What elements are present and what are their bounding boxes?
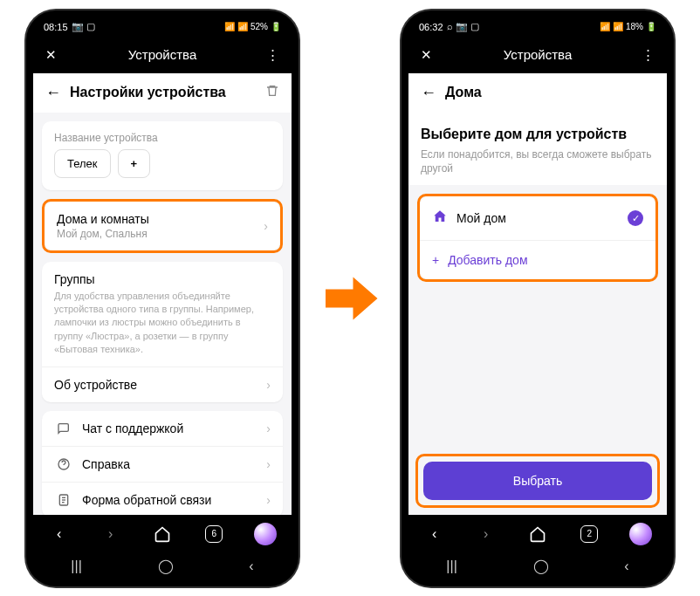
page-header: ← Настройки устройства [33, 73, 292, 113]
status-battery: 52% [250, 22, 268, 31]
feedback-title: Форма обратной связи [82, 493, 266, 507]
groups-row[interactable]: Группы Для удобства управления объединяй… [42, 262, 283, 367]
status-time: 06:32 [419, 22, 443, 32]
close-icon[interactable]: ✕ [45, 47, 65, 63]
form-icon [54, 493, 73, 507]
sys-home-icon[interactable]: ◯ [158, 558, 174, 574]
status-signal-icon: 📶 📶 [600, 22, 623, 31]
status-signal-icon: 📶 📶 [224, 22, 248, 31]
nav-tabs-button[interactable]: 2 [575, 520, 603, 548]
nav-back-icon[interactable]: ‹ [421, 520, 449, 548]
status-battery: 18% [626, 22, 643, 31]
help-icon [54, 457, 73, 471]
system-nav: ||| ◯ ‹ [33, 553, 292, 579]
sys-recent-icon[interactable]: ||| [71, 558, 81, 574]
back-icon[interactable]: ← [421, 84, 436, 102]
status-icons-left: 📷 ▢ [72, 21, 95, 32]
content-area: ← Дома Выберите дом для устройств Если п… [408, 73, 667, 515]
content-area: ← Настройки устройства Название устройст… [33, 73, 292, 515]
highlighted-homes-card: Мой дом ✓ + Добавить дом [417, 194, 658, 282]
groups-desc: Для удобства управления объединяйте устр… [54, 290, 271, 357]
help-title: Справка [82, 457, 266, 471]
sys-back-icon[interactable]: ‹ [624, 558, 628, 574]
nav-alice-icon[interactable] [627, 520, 655, 548]
arrow-icon [319, 268, 381, 329]
highlighted-rooms-row: Дома и комнаты Мой дом, Спальня › [42, 199, 283, 253]
page-title: Настройки устройства [70, 85, 257, 100]
header-title: Устройства [440, 47, 635, 62]
device-name-chip[interactable]: Телек [54, 149, 111, 178]
screen: 06:32 ⌕ 📷 ▢ 📶 📶 18% 🔋 ✕ Устройства ⋮ ← Д… [408, 17, 667, 579]
phone-right: 06:32 ⌕ 📷 ▢ 📶 📶 18% 🔋 ✕ Устройства ⋮ ← Д… [401, 10, 674, 586]
status-bar: 08:15 📷 ▢ 📶 📶 52% 🔋 [33, 17, 292, 37]
nav-home-icon[interactable] [524, 520, 552, 548]
close-icon[interactable]: ✕ [421, 47, 440, 63]
page-title: Дома [445, 85, 655, 100]
battery-icon: 🔋 [646, 22, 656, 31]
nav-home-icon[interactable] [148, 520, 176, 548]
phone-left: 08:15 📷 ▢ 📶 📶 52% 🔋 ✕ Устройства ⋮ ← Нас… [26, 10, 299, 586]
chat-row[interactable]: Чат с поддержкой › [42, 411, 283, 446]
add-home-label: Добавить дом [448, 253, 527, 267]
kebab-menu-icon[interactable]: ⋮ [260, 47, 279, 63]
chevron-right-icon: › [266, 493, 271, 507]
chat-title: Чат с поддержкой [82, 421, 266, 435]
rooms-row[interactable]: Дома и комнаты Мой дом, Спальня › [45, 202, 280, 250]
tab-count: 6 [205, 525, 223, 543]
sys-back-icon[interactable]: ‹ [249, 558, 253, 574]
nav-tabs-button[interactable]: 6 [200, 520, 228, 548]
support-card: Чат с поддержкой › Справка › Форма обрат… [42, 411, 283, 514]
status-bar: 06:32 ⌕ 📷 ▢ 📶 📶 18% 🔋 [408, 17, 667, 37]
device-name-card: Название устройства Телек + [42, 121, 283, 190]
nav-forward-icon[interactable]: › [472, 520, 500, 548]
groups-title: Группы [54, 272, 271, 286]
page-header: ← Дома [408, 73, 667, 113]
browser-bottom-nav: ‹ › 6 [33, 515, 292, 553]
about-row[interactable]: Об устройстве › [42, 367, 283, 402]
sys-home-icon[interactable]: ◯ [533, 558, 549, 574]
about-title: Об устройстве [54, 378, 266, 392]
battery-icon: 🔋 [271, 22, 281, 31]
feedback-row[interactable]: Форма обратной связи › [42, 482, 283, 514]
intro-title: Выберите дом для устройств [421, 127, 655, 142]
nav-forward-icon[interactable]: › [97, 520, 125, 548]
groups-about-card: Группы Для удобства управления объединяй… [42, 262, 283, 403]
app-header: ✕ Устройства ⋮ [33, 37, 292, 73]
tab-count: 2 [580, 525, 598, 543]
app-header: ✕ Устройства ⋮ [408, 37, 667, 73]
home-icon [432, 209, 448, 228]
home-name: Мой дом [456, 211, 619, 225]
add-home-row[interactable]: + Добавить дом [420, 240, 655, 279]
header-title: Устройства [65, 47, 260, 62]
home-option-row[interactable]: Мой дом ✓ [420, 196, 655, 240]
system-nav: ||| ◯ ‹ [408, 553, 667, 579]
rooms-title: Дома и комнаты [57, 212, 264, 226]
highlighted-select-button: Выбрать [415, 454, 660, 508]
chevron-right-icon: › [264, 219, 268, 233]
trash-icon[interactable] [265, 84, 279, 101]
select-button[interactable]: Выбрать [423, 462, 652, 500]
kebab-menu-icon[interactable]: ⋮ [635, 47, 655, 63]
check-selected-icon: ✓ [628, 210, 643, 226]
intro-block: Выберите дом для устройств Если понадоби… [408, 113, 667, 186]
screen: 08:15 📷 ▢ 📶 📶 52% 🔋 ✕ Устройства ⋮ ← Нас… [33, 17, 292, 579]
intro-sub: Если понадобится, вы всегда сможете выбр… [421, 147, 655, 177]
device-name-label: Название устройства [42, 121, 283, 149]
rooms-sub: Мой дом, Спальня [57, 228, 264, 240]
chevron-right-icon: › [266, 378, 271, 392]
status-time: 08:15 [44, 22, 68, 32]
status-icons-left: ⌕ 📷 ▢ [447, 21, 479, 32]
nav-alice-icon[interactable] [251, 520, 279, 548]
plus-icon: + [432, 253, 439, 267]
browser-bottom-nav: ‹ › 2 [408, 515, 667, 553]
sys-recent-icon[interactable]: ||| [446, 558, 456, 574]
help-row[interactable]: Справка › [42, 446, 283, 482]
chevron-right-icon: › [266, 457, 271, 471]
chat-icon [54, 421, 73, 435]
back-icon[interactable]: ← [45, 84, 61, 102]
nav-back-icon[interactable]: ‹ [45, 520, 73, 548]
add-name-button[interactable]: + [118, 149, 151, 178]
chevron-right-icon: › [266, 421, 271, 435]
